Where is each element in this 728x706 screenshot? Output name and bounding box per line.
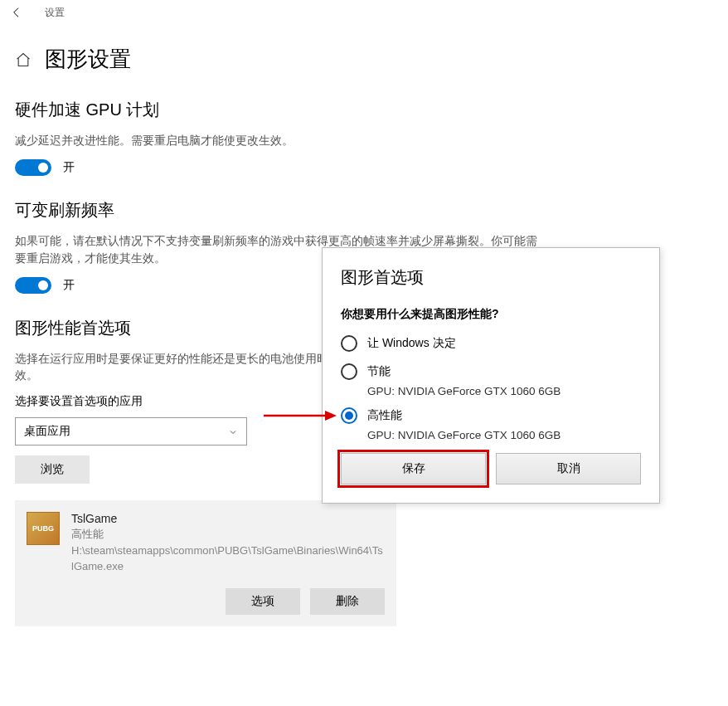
radio-sublabel: GPU: NVIDIA GeForce GTX 1060 6GB bbox=[367, 429, 641, 441]
app-icon: PUBG bbox=[27, 512, 60, 545]
gpu-scheduling-toggle[interactable] bbox=[15, 159, 51, 176]
vrr-toggle[interactable] bbox=[15, 277, 51, 294]
toggle-label: 开 bbox=[63, 160, 75, 175]
app-info: TslGame 高性能 H:\steam\steamapps\common\PU… bbox=[71, 512, 385, 575]
radio-icon bbox=[341, 335, 357, 352]
section-heading: 可变刷新频率 bbox=[15, 199, 713, 222]
toggle-label: 开 bbox=[63, 278, 75, 293]
radio-icon bbox=[341, 363, 357, 380]
cancel-button[interactable]: 取消 bbox=[496, 453, 641, 484]
radio-sublabel: GPU: NVIDIA GeForce GTX 1060 6GB bbox=[367, 385, 641, 397]
section-heading: 硬件加速 GPU 计划 bbox=[15, 99, 713, 121]
app-path: H:\steam\steamapps\common\PUBG\TslGame\B… bbox=[71, 543, 385, 575]
app-type-dropdown[interactable]: 桌面应用 bbox=[15, 417, 247, 446]
title-bar: 设置 bbox=[0, 0, 728, 25]
app-mode: 高性能 bbox=[71, 527, 385, 542]
radio-label: 节能 bbox=[367, 364, 391, 379]
dialog-question: 你想要用什么来提高图形性能? bbox=[341, 307, 641, 322]
radio-power-saving[interactable]: 节能 bbox=[341, 363, 641, 380]
back-button[interactable] bbox=[8, 4, 25, 21]
radio-icon bbox=[341, 407, 357, 424]
dialog-buttons: 保存 取消 bbox=[341, 453, 641, 484]
options-button[interactable]: 选项 bbox=[226, 588, 300, 615]
chevron-down-icon bbox=[228, 426, 238, 436]
delete-button[interactable]: 删除 bbox=[310, 588, 385, 615]
radio-label: 高性能 bbox=[367, 408, 402, 423]
page-title: 图形设置 bbox=[45, 45, 131, 74]
graphics-preference-dialog: 图形首选项 你想要用什么来提高图形性能? 让 Windows 决定 节能 GPU… bbox=[322, 247, 660, 504]
app-title: 设置 bbox=[45, 6, 65, 20]
app-card-header: PUBG TslGame 高性能 H:\steam\steamapps\comm… bbox=[27, 512, 385, 575]
section-description: 减少延迟并改进性能。需要重启电脑才能使更改生效。 bbox=[15, 133, 546, 149]
gpu-scheduling-toggle-row: 开 bbox=[15, 159, 713, 176]
radio-high-performance[interactable]: 高性能 bbox=[341, 407, 641, 424]
dialog-title: 图形首选项 bbox=[341, 266, 641, 289]
app-card: PUBG TslGame 高性能 H:\steam\steamapps\comm… bbox=[15, 500, 396, 626]
radio-label: 让 Windows 决定 bbox=[367, 336, 456, 351]
dropdown-value: 桌面应用 bbox=[24, 424, 70, 439]
radio-let-windows-decide[interactable]: 让 Windows 决定 bbox=[341, 335, 641, 352]
browse-button[interactable]: 浏览 bbox=[15, 455, 90, 484]
section-gpu-scheduling: 硬件加速 GPU 计划 减少延迟并改进性能。需要重启电脑才能使更改生效。 开 bbox=[15, 99, 713, 176]
app-name: TslGame bbox=[71, 512, 385, 525]
home-icon[interactable] bbox=[15, 51, 32, 68]
app-actions: 选项 删除 bbox=[27, 588, 385, 615]
page-header: 图形设置 bbox=[15, 45, 713, 74]
save-button[interactable]: 保存 bbox=[341, 453, 486, 484]
